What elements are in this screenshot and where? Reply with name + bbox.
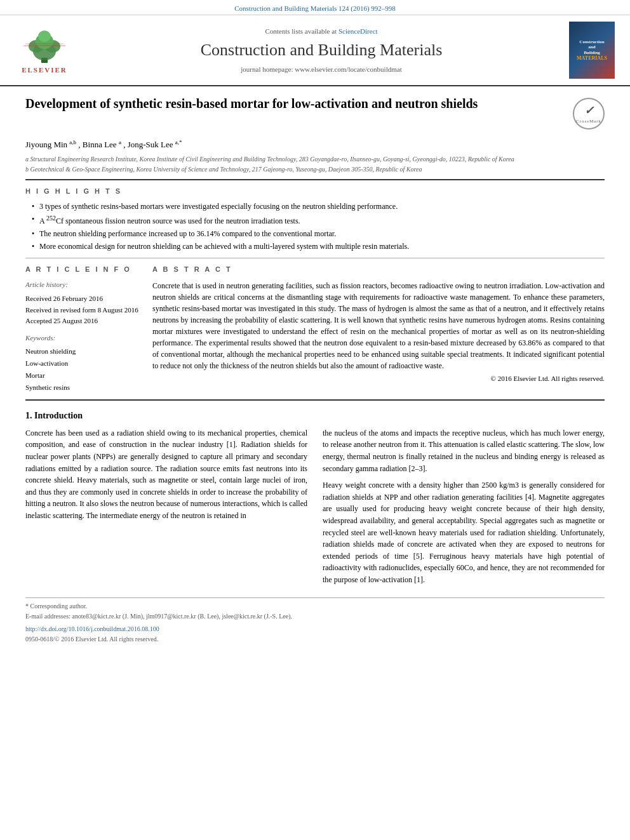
cover-subtitle: MATERIALS — [577, 55, 607, 62]
abstract-text: Concrete that is used in neutron generat… — [152, 280, 605, 371]
keyword-1: Neutron shielding — [25, 345, 140, 357]
elsevier-logo-block: ELSEVIER — [13, 26, 76, 75]
abstract-copyright: © 2016 Elsevier Ltd. All rights reserved… — [152, 374, 605, 383]
section-number: 1. — [25, 411, 32, 420]
affiliations-block: a Structural Engineering Research Instit… — [25, 155, 605, 174]
article-title: Development of synthetic resin-based mor… — [25, 95, 573, 112]
authors-line: Jiyoung Min a,b , Binna Lee a , Jong-Suk… — [25, 138, 605, 151]
journal-citation-bar: Construction and Building Materials 124 … — [0, 0, 630, 15]
issn-line: 0950-0618/© 2016 Elsevier Ltd. All right… — [25, 635, 605, 644]
divider-before-body — [25, 399, 605, 401]
article-body: Development of synthetic resin-based mor… — [0, 86, 630, 653]
journal-citation-text: Construction and Building Materials 124 … — [234, 4, 396, 12]
journal-cover-image: Construction and Building MATERIALS — [566, 22, 617, 79]
keywords-label: Keywords: — [25, 333, 140, 343]
article-info-column: A R T I C L E I N F O Article history: R… — [25, 265, 140, 393]
intro-paragraph-3: Heavy weight concrete with a density hig… — [323, 479, 605, 585]
introduction-col2: the nucleus of the atoms and impacts the… — [323, 427, 605, 591]
author-separator1: , Binna Lee — [78, 140, 119, 150]
section-title: Introduction — [34, 411, 83, 420]
crossmark-icon: ✓ — [584, 103, 594, 119]
accepted-date: Accepted 25 August 2016 — [25, 316, 140, 327]
article-history-label: Article history: — [25, 280, 140, 290]
keywords-list: Neutron shielding Low-activation Mortar … — [25, 345, 140, 393]
author-sup-a: a,b — [69, 139, 76, 145]
journal-masthead: ELSEVIER Contents lists available at Sci… — [0, 15, 630, 86]
received-date: Received 26 February 2016 — [25, 293, 140, 305]
highlight-item-4: More economical design for neutron shiel… — [32, 241, 605, 252]
intro-paragraph-1: Concrete has been used as a radiation sh… — [25, 427, 307, 522]
revised-date: Received in revised form 8 August 2016 — [25, 305, 140, 316]
introduction-heading: 1. Introduction — [25, 410, 605, 422]
article-info-label: A R T I C L E I N F O — [25, 265, 140, 274]
doi-line: http://dx.doi.org/10.1016/j.conbuildmat.… — [25, 625, 605, 634]
keyword-4: Synthetic resins — [25, 382, 140, 394]
elsevier-tree-icon — [22, 26, 67, 64]
cover-thumbnail: Construction and Building MATERIALS — [569, 22, 615, 79]
svg-point-5 — [38, 30, 51, 42]
journal-main-title: Construction and Building Materials — [89, 39, 554, 62]
science-direct-link[interactable]: ScienceDirect — [338, 27, 378, 35]
introduction-section: 1. Introduction Concrete has been used a… — [25, 410, 605, 590]
highlight-item-2: A 252Cf spontaneous fission neutron sour… — [32, 214, 605, 227]
highlights-section: H I G H L I G H T S 3 types of synthetic… — [25, 187, 605, 252]
divider-after-affiliations — [25, 179, 605, 180]
keyword-3: Mortar — [25, 370, 140, 382]
intro-paragraph-2: the nucleus of the atoms and impacts the… — [323, 427, 605, 474]
introduction-col1: Concrete has been used as a radiation sh… — [25, 427, 307, 591]
article-info-abstract-section: A R T I C L E I N F O Article history: R… — [25, 265, 605, 393]
journal-homepage-text: journal homepage: www.elsevier.com/locat… — [89, 65, 554, 74]
abstract-column: A B S T R A C T Concrete that is used in… — [152, 265, 605, 393]
elsevier-brand-text: ELSEVIER — [22, 65, 67, 75]
introduction-columns: Concrete has been used as a radiation sh… — [25, 427, 605, 591]
author-separator2: , Jong-Suk Lee — [123, 140, 175, 150]
footnotes-area: * Corresponding author. E-mail addresses… — [25, 597, 605, 644]
affiliation-a: a Structural Engineering Research Instit… — [25, 155, 605, 164]
author-jiyoung: Jiyoung Min — [25, 140, 69, 150]
highlights-label: H I G H L I G H T S — [25, 187, 605, 196]
highlight-item-3: The neutron shielding performance increa… — [32, 229, 605, 239]
article-history-dates: Received 26 February 2016 Received in re… — [25, 293, 140, 327]
article-title-section: Development of synthetic resin-based mor… — [25, 95, 605, 132]
keyword-2: Low-activation — [25, 357, 140, 370]
svg-rect-7 — [23, 45, 65, 46]
affiliation-b: b Geotechnical & Geo-Space Engineering, … — [25, 165, 605, 174]
journal-title-block: Contents lists available at ScienceDirec… — [76, 27, 566, 74]
author-sup-b: a — [119, 139, 121, 145]
crossmark-label: CrossMark — [576, 119, 601, 125]
abstract-label: A B S T R A C T — [152, 265, 605, 274]
divider-after-highlights — [25, 258, 605, 258]
email-addresses: E-mail addresses: anote83@kict.re.kr (J.… — [25, 612, 605, 621]
author-sup-c: a,* — [175, 139, 182, 145]
highlight-item-1: 3 types of synthetic resins-based mortar… — [32, 201, 605, 212]
science-direct-line: Contents lists available at ScienceDirec… — [89, 27, 554, 36]
crossmark-badge[interactable]: ✓ CrossMark — [573, 98, 605, 130]
highlights-list: 3 types of synthetic resins-based mortar… — [25, 201, 605, 251]
corresponding-author-note: * Corresponding author. — [25, 602, 605, 611]
cover-title-line1: Construction and Building — [579, 39, 604, 55]
